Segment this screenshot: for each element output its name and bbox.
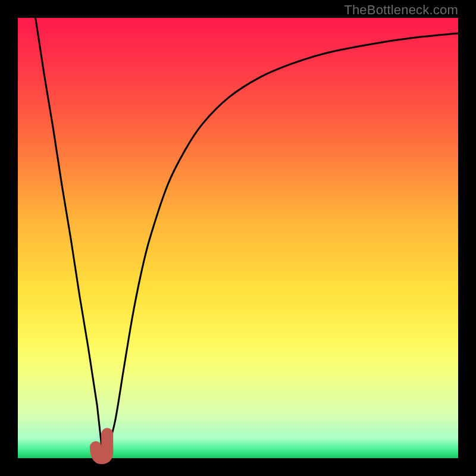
- plot-area: [18, 18, 458, 458]
- chart-frame: TheBottleneck.com: [0, 0, 476, 476]
- optimum-marker: [96, 434, 107, 458]
- curve-layer: [18, 18, 458, 458]
- bottleneck-curve: [36, 18, 458, 454]
- watermark-text: TheBottleneck.com: [344, 2, 458, 18]
